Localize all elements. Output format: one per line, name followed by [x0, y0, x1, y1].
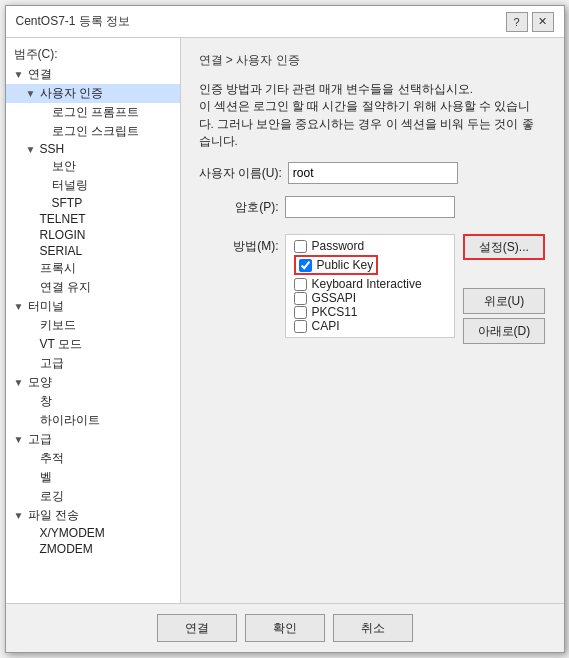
method-publickey-row: Public Key [294, 255, 379, 275]
tree-item-SSH[interactable]: ▼SSH [6, 141, 180, 157]
method-gssapi-row: GSSAPI [294, 291, 446, 305]
expand-icon-모양: ▼ [12, 376, 26, 390]
tree-label-키보드: 키보드 [40, 317, 76, 334]
method-keyboard-checkbox[interactable] [294, 278, 307, 291]
username-input[interactable] [288, 162, 458, 184]
method-password-checkbox[interactable] [294, 240, 307, 253]
tree-item-XYMODEM[interactable]: X/YMODEM [6, 525, 180, 541]
method-gssapi-checkbox[interactable] [294, 292, 307, 305]
down-button[interactable]: 아래로(D) [463, 318, 546, 344]
tree-label-터널링: 터널링 [52, 177, 88, 194]
tree-label-ZMODEM: ZMODEM [40, 542, 93, 556]
methods-container: Password Public Key Keyboard Interactive [285, 234, 455, 338]
tree-item-하이라이트[interactable]: 하이라이트 [6, 411, 180, 430]
connect-button[interactable]: 연결 [157, 614, 237, 642]
tree-item-벨[interactable]: 벨 [6, 468, 180, 487]
tree-item-TELNET[interactable]: TELNET [6, 211, 180, 227]
expand-icon-SFTP [36, 196, 50, 210]
tree-item-터미널[interactable]: ▼터미널 [6, 297, 180, 316]
tree-item-연결[interactable]: ▼연결 [6, 65, 180, 84]
tree-item-파일전송[interactable]: ▼파일 전송 [6, 506, 180, 525]
tree-item-RLOGIN[interactable]: RLOGIN [6, 227, 180, 243]
tree-panel: 범주(C): ▼연결▼사용자 인증로그인 프롬프트로그인 스크립트▼SSH보안터… [6, 38, 181, 603]
methods-and-settings: Password Public Key Keyboard Interactive [285, 234, 546, 344]
expand-icon-하이라이트 [24, 414, 38, 428]
expand-icon-프록시 [24, 262, 38, 276]
expand-icon-ZMODEM [24, 542, 38, 556]
tree-label-고급2: 고급 [28, 431, 52, 448]
settings-button[interactable]: 설정(S)... [463, 234, 546, 260]
tree-item-모양[interactable]: ▼모양 [6, 373, 180, 392]
tree-item-프록시[interactable]: 프록시 [6, 259, 180, 278]
expand-icon-SERIAL [24, 244, 38, 258]
password-label: 암호(P): [199, 199, 279, 216]
expand-icon-키보드 [24, 319, 38, 333]
expand-icon-벨 [24, 471, 38, 485]
title-controls: ? ✕ [506, 12, 554, 32]
method-publickey-label: Public Key [317, 258, 374, 272]
username-label: 사용자 이름(U): [199, 165, 282, 182]
close-button[interactable]: ✕ [532, 12, 554, 32]
tree-label-XYMODEM: X/YMODEM [40, 526, 105, 540]
tree-item-창[interactable]: 창 [6, 392, 180, 411]
tree-item-SFTP[interactable]: SFTP [6, 195, 180, 211]
tree-header: 범주(C): [6, 42, 180, 65]
tree-label-벨: 벨 [40, 469, 52, 486]
tree-item-연결유지[interactable]: 연결 유지 [6, 278, 180, 297]
method-gssapi-label: GSSAPI [312, 291, 357, 305]
tree-item-고급2[interactable]: ▼고급 [6, 430, 180, 449]
up-button[interactable]: 위로(U) [463, 288, 546, 314]
tree-item-SERIAL[interactable]: SERIAL [6, 243, 180, 259]
expand-icon-창 [24, 395, 38, 409]
cancel-button[interactable]: 취소 [333, 614, 413, 642]
tree-item-추적[interactable]: 추적 [6, 449, 180, 468]
username-row: 사용자 이름(U): [199, 162, 546, 184]
method-capi-checkbox[interactable] [294, 320, 307, 333]
expand-icon-사용자인증: ▼ [24, 87, 38, 101]
tree-label-사용자인증: 사용자 인증 [40, 85, 103, 102]
expand-icon-파일전송: ▼ [12, 509, 26, 523]
tree-label-추적: 추적 [40, 450, 64, 467]
tree-item-터널링[interactable]: 터널링 [6, 176, 180, 195]
tree-label-고급: 고급 [40, 355, 64, 372]
tree-label-로그인스크립트: 로그인 스크립트 [52, 123, 139, 140]
expand-icon-고급2: ▼ [12, 433, 26, 447]
tree-label-모양: 모양 [28, 374, 52, 391]
password-row: 암호(P): [199, 196, 546, 218]
tree-label-TELNET: TELNET [40, 212, 86, 226]
method-label: 방법(M): [199, 238, 279, 255]
tree-label-로그인프롬프트: 로그인 프롬프트 [52, 104, 139, 121]
tree-item-키보드[interactable]: 키보드 [6, 316, 180, 335]
tree-item-로깅[interactable]: 로깅 [6, 487, 180, 506]
tree-label-보안: 보안 [52, 158, 76, 175]
expand-icon-RLOGIN [24, 228, 38, 242]
method-pkcs11-label: PKCS11 [312, 305, 358, 319]
tree-item-사용자인증[interactable]: ▼사용자 인증 [6, 84, 180, 103]
expand-icon-터미널: ▼ [12, 300, 26, 314]
tree-label-파일전송: 파일 전송 [28, 507, 79, 524]
tree-label-SERIAL: SERIAL [40, 244, 83, 258]
password-input[interactable] [285, 196, 455, 218]
method-password-label: Password [312, 239, 365, 253]
method-publickey-checkbox[interactable] [299, 259, 312, 272]
tree-item-고급[interactable]: 고급 [6, 354, 180, 373]
method-keyboard-row: Keyboard Interactive [294, 277, 446, 291]
tree-label-VT모드: VT 모드 [40, 336, 82, 353]
help-button[interactable]: ? [506, 12, 528, 32]
tree-item-로그인스크립트[interactable]: 로그인 스크립트 [6, 122, 180, 141]
expand-icon-로깅 [24, 490, 38, 504]
tree-item-로그인프롬프트[interactable]: 로그인 프롬프트 [6, 103, 180, 122]
expand-icon-추적 [24, 452, 38, 466]
tree-item-VT모드[interactable]: VT 모드 [6, 335, 180, 354]
tree-label-연결: 연결 [28, 66, 52, 83]
tree-item-ZMODEM[interactable]: ZMODEM [6, 541, 180, 557]
method-pkcs11-checkbox[interactable] [294, 306, 307, 319]
tree-label-프록시: 프록시 [40, 260, 76, 277]
expand-icon-고급 [24, 357, 38, 371]
ok-button[interactable]: 확인 [245, 614, 325, 642]
expand-icon-연결유지 [24, 281, 38, 295]
tree-label-터미널: 터미널 [28, 298, 64, 315]
tree-item-보안[interactable]: 보안 [6, 157, 180, 176]
tree-label-연결유지: 연결 유지 [40, 279, 91, 296]
expand-icon-SSH: ▼ [24, 142, 38, 156]
